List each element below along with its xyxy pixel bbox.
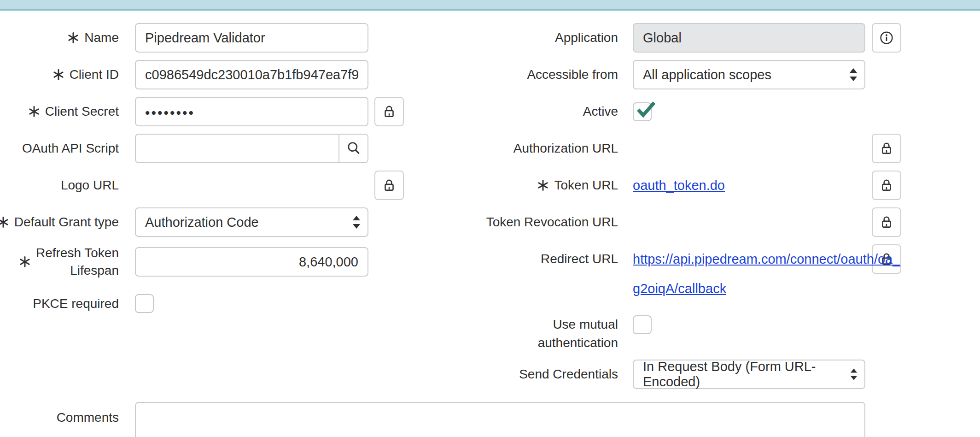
use-mutual-authentication-label: Use mutual authentication (490, 315, 618, 352)
lock-icon (381, 177, 397, 193)
client-id-input[interactable] (135, 60, 368, 89)
select-arrows-icon (849, 67, 858, 82)
info-icon (878, 30, 895, 46)
logo-url-label: Logo URL (14, 171, 119, 200)
application-info-button[interactable] (872, 23, 901, 53)
comments-label: Comments (14, 402, 119, 427)
client-id-label: Client ID (14, 60, 119, 89)
field-row-logo-url: Logo URL (14, 171, 404, 200)
field-row-authorization-url: Authorization URL (490, 134, 901, 163)
form-column-left: Name Client ID Client Secret (14, 23, 404, 320)
refresh-token-lifespan-label: Refresh Token Lifespan (14, 244, 119, 279)
required-icon (537, 179, 549, 191)
field-row-token-url: Token URL oauth_token.do (490, 171, 901, 200)
token-revocation-url-value (633, 207, 865, 237)
field-row-client-secret: Client Secret (14, 97, 404, 126)
field-row-comments: Comments (14, 402, 980, 437)
authorization-url-label: Authorization URL (490, 134, 618, 163)
refresh-token-lifespan-input[interactable] (135, 247, 368, 277)
comments-textarea[interactable] (135, 402, 865, 437)
authorization-url-value (633, 134, 865, 163)
client-secret-lock-button[interactable] (374, 97, 404, 126)
oauth-api-script-label: OAuth API Script (14, 134, 119, 163)
search-icon (345, 140, 362, 157)
required-icon (0, 216, 9, 228)
required-icon (19, 256, 31, 268)
redirect-url-label: Redirect URL (490, 244, 618, 274)
form-column-right: Application Accessible from All ap (490, 23, 901, 396)
token-revocation-url-label: Token Revocation URL (490, 207, 618, 237)
client-secret-input[interactable] (135, 97, 368, 126)
name-input[interactable] (135, 23, 368, 53)
field-row-application: Application (490, 23, 901, 53)
name-label: Name (14, 23, 119, 53)
top-accent-bar (0, 0, 980, 11)
record-form: Name Client ID Client Secret (0, 11, 980, 437)
lock-icon (879, 141, 894, 156)
select-arrows-icon (850, 367, 858, 382)
application-input[interactable] (633, 23, 865, 53)
use-mutual-authentication-checkbox[interactable] (633, 315, 652, 334)
field-row-accessible-from: Accessible from All application scopes (490, 60, 901, 89)
field-row-pkce-required: PKCE required (14, 287, 404, 313)
active-label: Active (490, 97, 618, 126)
token-url-link[interactable]: oauth_token.do (633, 178, 725, 193)
required-icon (52, 69, 64, 81)
field-row-client-id: Client ID (14, 60, 404, 89)
application-label: Application (490, 23, 618, 53)
token-url-label: Token URL (490, 171, 618, 200)
required-icon (67, 32, 79, 44)
active-checkbox[interactable] (633, 102, 652, 121)
field-row-refresh-token-lifespan: Refresh Token Lifespan (14, 244, 404, 279)
lock-icon (879, 214, 894, 230)
accessible-from-select[interactable]: All application scopes (633, 60, 865, 89)
field-row-token-revocation-url: Token Revocation URL (490, 207, 901, 237)
token-revocation-url-lock-button[interactable] (872, 207, 901, 237)
logo-url-value (135, 171, 368, 200)
pkce-required-checkbox[interactable] (135, 294, 154, 313)
lock-icon (879, 177, 894, 193)
required-icon (28, 106, 40, 118)
default-grant-type-select[interactable]: Authorization Code (135, 207, 368, 237)
send-credentials-label: Send Credentials (490, 360, 618, 389)
field-row-name: Name (14, 23, 404, 53)
pkce-required-label: PKCE required (14, 294, 119, 313)
oauth-api-script-input[interactable] (136, 135, 338, 162)
lock-icon (381, 104, 397, 119)
logo-url-lock-button[interactable] (374, 171, 404, 200)
select-arrows-icon (352, 215, 361, 230)
accessible-from-label: Accessible from (490, 60, 618, 89)
field-row-default-grant-type: Default Grant type Authorization Code (14, 207, 404, 237)
field-row-oauth-api-script: OAuth API Script (14, 134, 404, 163)
oauth-api-script-lookup-button[interactable] (338, 135, 368, 162)
field-row-redirect-url: Redirect URL https://api.pipedream.com/c… (490, 244, 901, 303)
client-secret-label: Client Secret (14, 97, 119, 126)
field-row-send-credentials: Send Credentials In Request Body (Form U… (490, 360, 901, 389)
field-row-use-mutual-authentication: Use mutual authentication (490, 311, 901, 352)
redirect-url-link[interactable]: https://api.pipedream.com/connect/oauth/… (633, 244, 865, 303)
send-credentials-select[interactable]: In Request Body (Form URL-Encoded) (633, 360, 865, 389)
token-url-lock-button[interactable] (872, 171, 901, 200)
default-grant-type-label: Default Grant type (14, 207, 119, 237)
field-row-active: Active (490, 97, 901, 126)
authorization-url-lock-button[interactable] (872, 134, 901, 163)
checkmark-icon (633, 99, 657, 121)
